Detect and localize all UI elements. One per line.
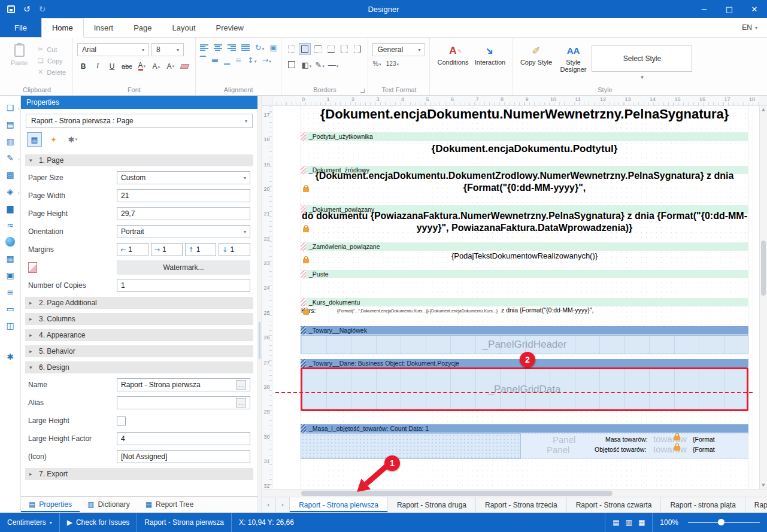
watermark-button[interactable]: Watermark... [117, 260, 250, 275]
section-6-design[interactable]: ▾6. Design [25, 361, 253, 373]
border-bottom-button[interactable] [325, 43, 337, 55]
align-bottom-button[interactable]: ▁ [224, 56, 230, 65]
events-view-button[interactable]: ✦ [46, 132, 61, 147]
check-for-issues-button[interactable]: ▶ Check for Issues [60, 513, 137, 532]
band-towary-naglowek[interactable]: _Towary__Nagłówek [301, 326, 748, 335]
margin-left-input[interactable]: ←1 [117, 243, 148, 256]
page-tab-raport-strona-pierwsza[interactable]: Raport - Strona pierwsza [290, 497, 388, 512]
page-tab-raport-s[interactable]: Raport - S [745, 497, 767, 512]
dokument-powiazany-expr[interactable]: do dokumentu {PowiazanaFaktura.NumerWewn… [301, 210, 748, 235]
chart-tool-icon[interactable]: ▆ [3, 202, 17, 214]
align-justify-button[interactable] [241, 44, 250, 51]
zoom-slider[interactable] [688, 522, 760, 523]
number-of-copies-input[interactable]: 1 [117, 279, 250, 292]
save-icon[interactable] [7, 5, 15, 13]
ribbon-tab-layout[interactable]: Layout [162, 18, 206, 37]
panel-grid-data[interactable]: _PanelGridData [301, 368, 748, 411]
panel-tab-properties[interactable]: ▤Properties [21, 497, 80, 512]
align-middle-button[interactable]: ▬ [211, 56, 219, 65]
objetosc-towarow-value[interactable]: {Format [693, 446, 748, 454]
band-masa-objetosc[interactable]: _Masa_i_objętość_towarów: Count Data: 1 [301, 424, 748, 433]
crosstab-tool-icon[interactable]: ◫ [3, 319, 17, 332]
kurs-data-expr[interactable]: z dnia {Format("{0:dd-MM-yyyy}", [501, 306, 748, 315]
view-interface-icon[interactable]: ▦ [638, 518, 645, 527]
panel-tool-icon[interactable]: ▭ [3, 302, 17, 315]
border-none-button[interactable] [286, 43, 298, 55]
band-zamowienia-powiazane[interactable]: _Zamówienia_powiązane [301, 242, 748, 251]
text-rotate-button[interactable]: ↻▾ [255, 43, 264, 52]
select-style-gallery[interactable]: Select Style [592, 45, 692, 72]
copy-style-button[interactable]: ✐ Copy Style [517, 39, 554, 66]
line-spacing-button[interactable]: ↕▾ [247, 56, 256, 65]
vertical-ruler[interactable]: 17181920212223242526272829303132 [262, 106, 272, 489]
large-height-checkbox[interactable] [117, 417, 126, 425]
paste-button[interactable]: Paste [5, 39, 33, 66]
pencil-tool-icon[interactable]: ✎› [3, 151, 17, 164]
align-top-button[interactable]: ▔ [200, 56, 206, 65]
page-tab-raport-strona-trzecia[interactable]: Raport - Strona trzecia [476, 497, 567, 512]
panel-grid-header[interactable]: _PanelGridHeader [301, 335, 748, 354]
cut-button[interactable]: ✂ Cut [38, 45, 66, 53]
report-design-surface[interactable]: {Dokument.encjaDokumentu.NumerWewnetrzny… [272, 106, 759, 489]
settings-button[interactable]: ✱▾ [65, 132, 80, 147]
bold-button[interactable]: B [77, 60, 89, 72]
properties-scrollbar[interactable] [257, 96, 262, 512]
font-color-button[interactable]: A▾ [136, 60, 148, 72]
maximize-button[interactable]: □ [717, 0, 742, 18]
zoom-slider-thumb[interactable] [718, 519, 724, 525]
align-center-button[interactable] [214, 44, 222, 51]
list-tool-icon[interactable]: ≡ [3, 285, 17, 298]
ribbon-tab-file[interactable]: File [0, 18, 41, 37]
signature-tool-icon[interactable]: ≈ [3, 218, 17, 231]
page-tab-raport-strona-piąta[interactable]: Raport - strona piąta [661, 497, 745, 512]
kurs-expr[interactable]: {Format("...",Dokument.encjaDokumentu.Ku… [337, 309, 500, 315]
border-right-button[interactable] [351, 43, 363, 55]
text-format-select[interactable]: General▾ [372, 43, 425, 56]
strikethrough-button[interactable]: abc [120, 60, 134, 72]
border-top-button[interactable] [312, 43, 324, 55]
band-podtytul-uzytkownika[interactable]: _Podtytuł_użytkownika [301, 132, 748, 141]
text-tool-icon[interactable]: ▤ [3, 118, 17, 130]
paper-size-select[interactable]: Custom▾ [117, 171, 250, 184]
calendar-tool-icon[interactable]: ▦ [3, 252, 17, 265]
ribbon-tab-insert[interactable]: Insert [84, 18, 124, 37]
alias-input[interactable]: … [117, 396, 250, 409]
section-2-page-additional[interactable]: ▸2. Page Additional [25, 297, 253, 309]
italic-button[interactable]: I [92, 60, 104, 72]
indent-button[interactable]: →▾ [262, 56, 271, 65]
undo-icon[interactable]: ↺ [23, 5, 31, 13]
table-tool-icon[interactable]: ▣ [3, 269, 17, 281]
page-width-input[interactable]: 21 [117, 189, 250, 202]
margin-bottom-input[interactable]: ↓1 [219, 243, 250, 256]
number-format-button[interactable]: 123▾ [386, 60, 399, 67]
close-button[interactable]: ✕ [742, 0, 767, 18]
large-height-factor-input[interactable]: 4 [117, 432, 250, 445]
barcode-tool-icon[interactable]: ▩ [3, 168, 17, 181]
section-1-page[interactable]: ▾1. Page [25, 154, 253, 166]
band-kurs-dokumentu[interactable]: _Kurs_dokumentu [301, 298, 748, 306]
alias-ellipsis-button[interactable]: … [236, 398, 246, 408]
units-select[interactable]: Centimeters▾ [0, 513, 59, 532]
copy-button[interactable]: ❏ Copy [38, 57, 66, 65]
font-size-select[interactable]: 8▾ [151, 43, 184, 56]
align-left-button[interactable] [200, 44, 208, 51]
page-tab-raport-strona-czwarta[interactable]: Raport - Strona czwarta [567, 497, 662, 512]
ribbon-tab-home[interactable]: Home [41, 18, 84, 38]
word-wrap-button[interactable]: ▣ [269, 43, 277, 52]
section-4-appearance[interactable]: ▸4. Appearance [25, 329, 253, 341]
minimize-button[interactable]: ─ [692, 0, 717, 18]
orientation-select[interactable]: Portrait▾ [117, 225, 250, 238]
podtytul-expr[interactable]: {Dokument.encjaDokumentu.Podtytul} [301, 143, 748, 158]
grow-font-button[interactable]: A▴ [150, 60, 162, 72]
borders-dialog-launcher-icon[interactable] [360, 89, 365, 93]
name-input[interactable]: Raport - Strona pierwsza… [117, 378, 250, 391]
name-ellipsis-button[interactable]: … [236, 380, 246, 390]
border-all-button[interactable] [299, 43, 311, 55]
ribbon-tab-page[interactable]: Page [123, 18, 162, 37]
page-copy-tool-icon[interactable]: ❏› [3, 101, 17, 114]
interaction-button[interactable]: ➜ Interaction [471, 39, 508, 66]
band-puste[interactable]: _Puste [301, 270, 748, 278]
ribbon-tab-preview[interactable]: Preview [206, 18, 254, 37]
align-right-button[interactable] [228, 44, 236, 51]
vertical-scrollbar-thumb[interactable] [761, 241, 766, 296]
